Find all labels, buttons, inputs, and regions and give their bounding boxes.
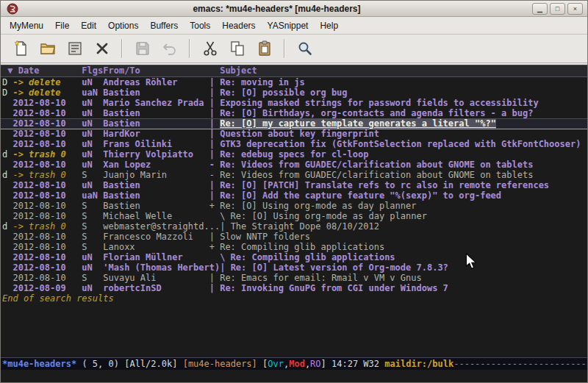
message-row[interactable]: 2012-08-10uaNBastien| Re: [O] Add the ca… bbox=[1, 190, 587, 201]
message-row[interactable]: 2012-08-10SFrancesco Mazzoli| Slow NNTP … bbox=[1, 232, 587, 242]
mark-char bbox=[2, 262, 12, 273]
message-row[interactable]: 2012-08-10SSuvayu Ali| Re: Emacs for ema… bbox=[1, 273, 587, 283]
message-row[interactable]: 2012-08-10uNBastien| Re: [O] my capture … bbox=[1, 118, 587, 129]
menu-file[interactable]: File bbox=[49, 18, 75, 34]
message-date: -> delete bbox=[12, 87, 82, 98]
menu-buffers[interactable]: Buffers bbox=[144, 18, 184, 34]
menu-edit[interactable]: Edit bbox=[75, 18, 102, 34]
maximize-button[interactable]: □ bbox=[550, 3, 565, 15]
message-row[interactable]: 2012-08-10uNFlorian Müllner \ Re: Compil… bbox=[1, 252, 587, 262]
menu-yasnippet[interactable]: YASnippet bbox=[262, 18, 315, 34]
message-flags: uN bbox=[82, 77, 103, 87]
new-file-button[interactable] bbox=[8, 37, 32, 60]
mark-char bbox=[2, 180, 12, 190]
emacs-window: emacs: *mu4e-headers* [mu4e-headers] ▁ □… bbox=[0, 0, 588, 383]
message-row[interactable]: 2012-08-10SMichael Welle \ Re: [O] Using… bbox=[1, 211, 587, 221]
mark-char bbox=[2, 118, 12, 129]
titlebar[interactable]: emacs: *mu4e-headers* [mu4e-headers] ▁ □… bbox=[1, 1, 587, 17]
message-subject: | Re: [O] Latest version of Org-mode 7.8… bbox=[220, 262, 587, 273]
message-row[interactable]: 2012-08-10uNXan Lopez- Re: Videos from G… bbox=[1, 160, 587, 170]
message-row[interactable]: 2012-08-10uN'Mash (Thomas Herbert)| Re: … bbox=[1, 262, 587, 273]
modeline-yellow: maildir:/bulk bbox=[384, 359, 453, 369]
paste-button[interactable] bbox=[252, 37, 276, 60]
message-row[interactable]: 2012-08-10uNBastien| Re: [O] [PATCH] Tra… bbox=[1, 180, 587, 190]
modeline-default: ( 5, 0) [All/2.0k] bbox=[76, 359, 183, 369]
message-flags: S bbox=[82, 221, 103, 232]
message-from: 'Mash (Thomas Herbert) bbox=[103, 262, 220, 273]
message-from: Andreas Röhler bbox=[103, 77, 209, 87]
message-from: Suvayu Ali bbox=[103, 273, 209, 283]
message-flags: uN bbox=[82, 252, 103, 262]
mark-char bbox=[2, 98, 12, 108]
message-date: 2012-08-10 bbox=[12, 242, 82, 252]
message-from: Bastien bbox=[103, 180, 209, 190]
message-row[interactable]: d-> trash 0uNThierry Volpiatto| Re: edeb… bbox=[1, 149, 587, 160]
header-line: ▼ Date Flgs From/To Subject bbox=[1, 65, 587, 77]
message-row[interactable]: d-> trash 0Swebmaster@straightd...| The … bbox=[1, 221, 587, 232]
message-from: Mario Sanchez Prada bbox=[103, 98, 209, 108]
mark-char: d bbox=[2, 170, 12, 180]
paste-icon bbox=[256, 40, 273, 57]
message-subject: | Re: [O] Birthdays, org-contacts and ag… bbox=[209, 108, 587, 118]
column-header-date[interactable]: ▼ Date bbox=[2, 65, 82, 76]
menu-mymenu[interactable]: MyMenu bbox=[4, 18, 49, 34]
mark-char: d bbox=[2, 149, 12, 160]
message-row[interactable]: D-> deleteuaNBastien| Re: [O] possible o… bbox=[1, 87, 587, 98]
message-from: HardKor bbox=[103, 129, 209, 139]
message-subject: | Re: [O] Add the capture feature "%(sex… bbox=[209, 190, 587, 201]
column-header-subject[interactable]: Subject bbox=[209, 65, 257, 76]
modeline-cyan: Ovr bbox=[268, 359, 284, 369]
message-row[interactable]: d-> trash 0SJuanjo Marin- Re: Videos fro… bbox=[1, 170, 587, 180]
mark-char bbox=[2, 160, 12, 170]
toolbar-separator bbox=[121, 39, 123, 58]
message-date: -> delete bbox=[12, 77, 82, 87]
message-subject: | Question about key fingerprint bbox=[209, 129, 587, 139]
message-subject: \ Re: Compiling glib applications bbox=[209, 252, 587, 262]
column-header-from[interactable]: From/To bbox=[103, 65, 209, 76]
message-row[interactable]: 2012-08-09uNrobertcInSD| Re: Invoking Gn… bbox=[1, 283, 587, 293]
mark-char: D bbox=[2, 87, 12, 98]
message-row[interactable]: 2012-08-10uNMario Sanchez Prada| Exposin… bbox=[1, 98, 587, 108]
menu-options[interactable]: Options bbox=[102, 18, 144, 34]
menu-help[interactable]: Help bbox=[314, 18, 344, 34]
message-flags: uN bbox=[82, 139, 103, 149]
undo-icon bbox=[161, 40, 179, 57]
message-row[interactable]: 2012-08-10uNHardKor| Question about key … bbox=[1, 129, 587, 139]
column-header-flags[interactable]: Flgs bbox=[82, 65, 103, 76]
dired-button[interactable] bbox=[62, 37, 87, 60]
modeline-buffer: *mu4e-headers* bbox=[2, 359, 76, 369]
minimize-button[interactable]: ▁ bbox=[532, 3, 548, 15]
message-subject: | Slow NNTP folders bbox=[209, 232, 587, 242]
message-date: 2012-08-10 bbox=[12, 180, 82, 190]
message-subject: - Re: Videos from GUADEC/clarification a… bbox=[209, 170, 587, 180]
cut-button[interactable] bbox=[198, 37, 222, 60]
message-subject: + Re: Compiling glib applications bbox=[209, 242, 587, 252]
message-subject: | GTK3 deprecation fix (GtkFontSelection… bbox=[209, 139, 587, 149]
copy-icon bbox=[229, 40, 246, 57]
buffer-area[interactable]: ▼ Date Flgs From/To Subject D-> deleteuN… bbox=[1, 63, 587, 357]
message-date: 2012-08-10 bbox=[12, 190, 82, 201]
search-button[interactable] bbox=[293, 37, 317, 60]
message-row[interactable]: 2012-08-10SLanoxx+ Re: Compiling glib ap… bbox=[1, 242, 587, 252]
emacs-icon bbox=[7, 3, 18, 15]
menu-headers[interactable]: Headers bbox=[216, 18, 261, 34]
mark-char bbox=[2, 190, 12, 201]
current-subject-highlight: Re: [O] my capture template generates a … bbox=[220, 118, 496, 129]
message-date: 2012-08-10 bbox=[12, 108, 82, 118]
message-subject: + Re: [O] Using org-mode as day planner bbox=[209, 201, 587, 211]
message-row[interactable]: 2012-08-10SBastien+ Re: [O] Using org-mo… bbox=[1, 201, 587, 211]
undo-button[interactable] bbox=[157, 37, 182, 60]
message-row[interactable]: D-> deleteuNAndreas Röhler| Re: moving i… bbox=[1, 77, 587, 87]
message-subject: - Re: Videos from GUADEC/clarification a… bbox=[209, 160, 587, 170]
close-button[interactable]: × bbox=[567, 3, 583, 15]
open-file-icon bbox=[39, 40, 57, 57]
message-row[interactable]: 2012-08-10uNBastien| Re: [O] Birthdays, … bbox=[1, 108, 587, 118]
message-from: Michael Welle bbox=[103, 211, 209, 221]
message-row[interactable]: 2012-08-10uNFrans Oilinki| GTK3 deprecat… bbox=[1, 139, 587, 149]
modeline-default: ] bbox=[321, 359, 326, 369]
save-button[interactable] bbox=[130, 37, 154, 60]
open-file-button[interactable] bbox=[35, 37, 60, 60]
close-button[interactable] bbox=[90, 37, 114, 60]
copy-button[interactable] bbox=[225, 37, 249, 60]
menu-tools[interactable]: Tools bbox=[184, 18, 216, 34]
